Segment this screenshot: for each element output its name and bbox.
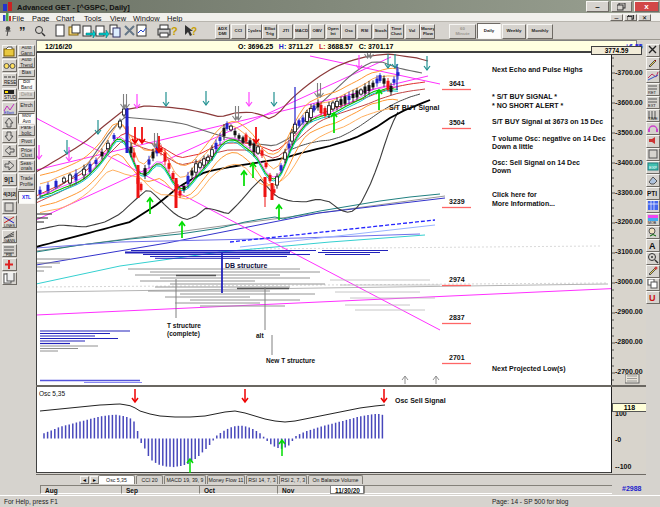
svg-text:4|3|2|1: 4|3|2|1 [3, 191, 16, 197]
svg-text:T volume Osc: negative on 14 D: T volume Osc: negative on 14 Dec [492, 135, 606, 143]
svg-text:?: ? [191, 26, 197, 37]
svg-text:MOB: MOB [648, 221, 657, 225]
svg-text:”: ” [19, 24, 26, 39]
svg-text:FIB: FIB [6, 253, 12, 257]
svg-text:S/T BUY Signal at 3673 on 15 D: S/T BUY Signal at 3673 on 15 Dec [492, 118, 603, 126]
svg-text:EXT: EXT [648, 103, 656, 108]
svg-text:LINES: LINES [4, 224, 15, 228]
svg-text:3641: 3641 [449, 80, 465, 87]
svg-text:Next Projected Low(s): Next Projected Low(s) [492, 365, 566, 373]
svg-text:3239: 3239 [449, 198, 465, 205]
svg-text:S/T BUY Signal: S/T BUY Signal [389, 104, 439, 112]
svg-text:Osc: Sell Signal on 14 Dec: Osc: Sell Signal on 14 Dec [492, 159, 580, 167]
svg-text:New T structure: New T structure [266, 357, 316, 364]
svg-text:U: U [649, 293, 656, 303]
svg-text:Click here for: Click here for [492, 191, 537, 198]
svg-text:More Information...: More Information... [492, 200, 555, 207]
svg-text:9|1: 9|1 [4, 176, 14, 184]
svg-text:2974: 2974 [449, 276, 465, 283]
svg-text:Osc 5,35: Osc 5,35 [39, 390, 65, 397]
svg-text:alt: alt [256, 332, 264, 339]
svg-text:Osc Sell Signal: Osc Sell Signal [395, 397, 446, 405]
svg-text:EXP: EXP [649, 165, 657, 170]
svg-text:* S/T BUY SIGNAL *: * S/T BUY SIGNAL * [492, 93, 557, 100]
svg-text:2837: 2837 [449, 314, 465, 321]
svg-text:RESET: RESET [4, 80, 16, 85]
svg-text:T structure: T structure [167, 322, 201, 329]
svg-text:Down: Down [492, 167, 511, 174]
svg-text:A: A [649, 241, 656, 251]
svg-text:(complete): (complete) [167, 330, 200, 338]
svg-text:GANN: GANN [4, 239, 15, 243]
svg-text:PTI: PTI [647, 190, 657, 197]
svg-text:?: ? [171, 25, 178, 37]
svg-text:Down a little: Down a little [492, 143, 533, 150]
svg-text:Next Echo and Pulse Highs: Next Echo and Pulse Highs [492, 66, 583, 74]
svg-text:RET: RET [648, 90, 657, 95]
svg-text:2701: 2701 [449, 354, 465, 361]
svg-text:Elliott: Elliott [4, 110, 15, 115]
svg-text:TIME: TIME [648, 116, 658, 121]
svg-text:STUDY: STUDY [4, 95, 16, 100]
svg-text:DB structure: DB structure [225, 262, 268, 269]
svg-text:3504: 3504 [449, 119, 465, 126]
svg-text:* NO SHORT ALERT *: * NO SHORT ALERT * [492, 102, 564, 109]
